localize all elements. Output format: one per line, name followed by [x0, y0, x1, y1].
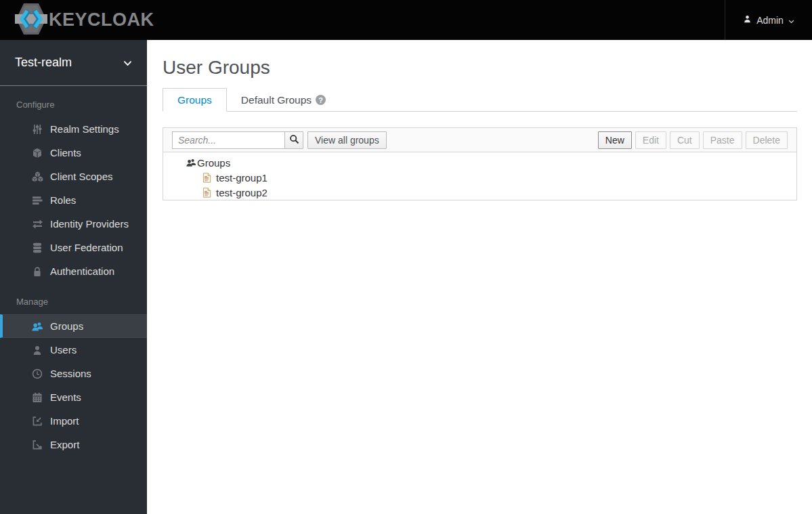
- sidebar-item-client-scopes[interactable]: Client Scopes: [0, 165, 147, 188]
- sidebar-item-label: Client Scopes: [50, 171, 113, 182]
- sidebar-item-label: Authentication: [50, 265, 114, 277]
- tree-node-test-group2[interactable]: test-group2: [163, 185, 796, 200]
- admin-label: Admin: [756, 15, 784, 26]
- help-icon[interactable]: [316, 95, 326, 105]
- realm-name: Test-realm: [15, 56, 72, 70]
- page-title: User Groups: [163, 57, 797, 79]
- user-icon: [743, 14, 752, 26]
- tab-label: Groups: [177, 94, 212, 106]
- tree-node-label: Groups: [197, 157, 230, 169]
- sidebar-item-realm-settings[interactable]: Realm Settings: [0, 117, 147, 141]
- cut-button[interactable]: Cut: [670, 131, 700, 149]
- users-icon: [30, 321, 44, 332]
- sidebar-item-label: Identity Providers: [50, 218, 129, 230]
- section-title-configure: Configure: [16, 100, 147, 110]
- sliders-icon: [30, 124, 44, 135]
- tree-node-label: test-group1: [216, 172, 268, 184]
- file-icon: [202, 173, 211, 183]
- groups-toolbar: View all groups New Edit Cut Paste Delet…: [163, 127, 797, 152]
- sidebar-item-identity-providers[interactable]: Identity Providers: [0, 212, 147, 236]
- brand-title: KEYCLOAK: [49, 9, 154, 30]
- tree-node-label: test-group2: [216, 187, 268, 198]
- sidebar-item-label: Import: [50, 415, 79, 427]
- section-title-manage: Manage: [16, 297, 147, 307]
- sidebar-item-roles[interactable]: Roles: [0, 188, 147, 212]
- import-icon: [30, 416, 44, 427]
- view-all-groups-button[interactable]: View all groups: [307, 131, 387, 149]
- sidebar-item-export[interactable]: Export: [0, 433, 147, 456]
- list-icon: [30, 195, 44, 206]
- database-icon: [30, 242, 44, 253]
- lock-icon: [30, 266, 44, 277]
- cubes-icon: [30, 171, 44, 182]
- groups-tree-panel: Groups test-group1: [163, 152, 797, 200]
- sidebar-item-label: Groups: [50, 320, 83, 332]
- edit-button[interactable]: Edit: [635, 131, 666, 149]
- sidebar-item-label: Clients: [50, 147, 81, 158]
- admin-menu[interactable]: Admin: [725, 0, 812, 40]
- tab-default-groups[interactable]: Default Groups: [227, 88, 340, 112]
- sidebar-item-users[interactable]: Users: [0, 338, 147, 362]
- main-content: User Groups Groups Default Groups View a…: [147, 40, 812, 514]
- sidebar-item-label: User Federation: [50, 242, 123, 253]
- keycloak-hexagon-icon: [15, 1, 47, 39]
- tab-bar: Groups Default Groups: [163, 88, 797, 112]
- tree-node-test-group1[interactable]: test-group1: [163, 170, 796, 185]
- calendar-icon: [30, 392, 44, 403]
- sidebar-item-groups[interactable]: Groups: [0, 314, 147, 338]
- user-icon: [30, 345, 44, 356]
- search-button[interactable]: [284, 131, 303, 149]
- file-icon: [202, 188, 211, 198]
- sidebar-item-label: Users: [50, 344, 77, 356]
- sidebar-item-import[interactable]: Import: [0, 409, 147, 433]
- search-input[interactable]: [172, 131, 285, 149]
- search-icon: [289, 134, 299, 146]
- sidebar-item-label: Realm Settings: [50, 123, 119, 135]
- realm-selector[interactable]: Test-realm: [0, 40, 147, 86]
- sidebar-item-user-federation[interactable]: User Federation: [0, 236, 147, 259]
- sidebar-item-clients[interactable]: Clients: [0, 141, 147, 165]
- sidebar-item-authentication[interactable]: Authentication: [0, 259, 147, 283]
- paste-button[interactable]: Paste: [703, 131, 742, 149]
- sidebar-item-events[interactable]: Events: [0, 385, 147, 409]
- chevron-down-icon: [123, 57, 132, 69]
- cube-icon: [30, 148, 44, 158]
- sidebar-item-sessions[interactable]: Sessions: [0, 362, 147, 385]
- caret-down-icon: [788, 15, 794, 26]
- clock-icon: [30, 368, 44, 379]
- sidebar-item-label: Events: [50, 391, 81, 403]
- tree-node-groups-root[interactable]: Groups: [163, 155, 796, 170]
- sidebar-item-label: Sessions: [50, 368, 91, 379]
- top-navbar: KEYCLOAK Admin: [0, 0, 812, 40]
- sidebar-item-label: Roles: [50, 194, 76, 206]
- keycloak-logo: KEYCLOAK: [15, 2, 154, 38]
- tab-groups[interactable]: Groups: [163, 88, 227, 112]
- exchange-icon: [30, 219, 44, 230]
- sidebar: Test-realm Configure Realm Settings Clie…: [0, 40, 147, 514]
- users-group-icon: [186, 158, 196, 167]
- new-button[interactable]: New: [598, 131, 632, 149]
- delete-button[interactable]: Delete: [746, 131, 788, 149]
- tab-label: Default Groups: [241, 94, 312, 106]
- export-icon: [30, 440, 44, 450]
- sidebar-item-label: Export: [50, 439, 79, 450]
